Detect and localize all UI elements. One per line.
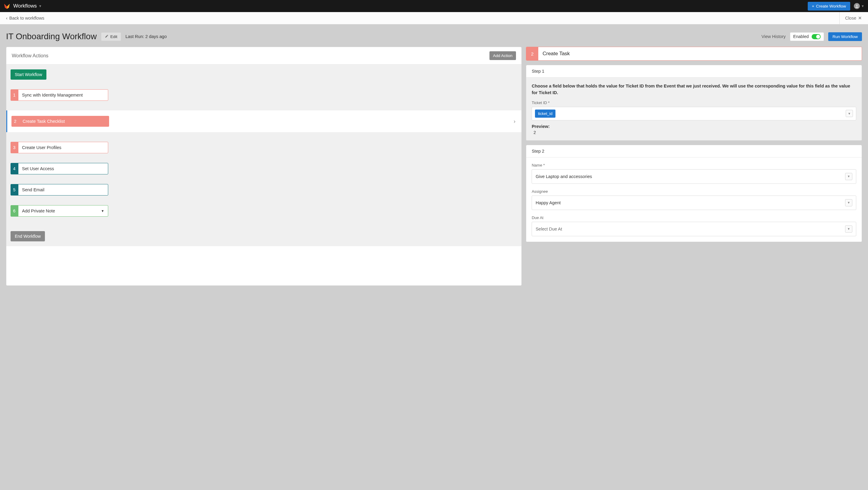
last-run-text: Last Run: 2 days ago (125, 34, 167, 39)
step-2-card: Step 2 Name * Give Laptop and accessorie… (526, 145, 862, 242)
chevron-right-icon: › (514, 118, 517, 125)
assignee-group: Assignee Happy Agent ▼ (532, 189, 856, 210)
section-name: Workflows (13, 3, 37, 9)
breadcrumb-bar: ‹ Back to workflows Close ✕ (0, 12, 868, 24)
action-item-create-task-checklist[interactable]: 2 Create Task Checklist › (6, 110, 521, 132)
action-item-sync-identity[interactable]: 1 Sync with Identity Management (10, 89, 108, 101)
detail-header: 2 Create Task (526, 47, 862, 61)
assignee-value: Happy Agent (535, 200, 561, 205)
create-workflow-label: Create Workflow (816, 4, 846, 8)
chevron-down-icon: ▼ (101, 209, 104, 213)
due-at-group: Due At Select Due At ▼ (532, 215, 856, 236)
pencil-icon (105, 34, 108, 39)
edit-label: Edit (110, 34, 117, 39)
name-label: Name * (532, 163, 856, 168)
action-selected-pill: 2 Create Task Checklist (11, 116, 109, 127)
topbar-left: Workflows ▼ (4, 3, 42, 9)
chevron-down-icon: ▼ (38, 4, 42, 8)
step-2-header: Step 2 (526, 145, 862, 157)
action-number: 5 (10, 184, 18, 196)
user-menu[interactable]: ▼ (854, 3, 864, 9)
svg-point-0 (856, 4, 858, 6)
action-number: 1 (10, 89, 18, 101)
section-switcher[interactable]: Workflows ▼ (13, 3, 42, 9)
header-right: View History Enabled Run Workflow (762, 32, 862, 41)
add-action-button[interactable]: Add Action (490, 51, 516, 60)
chevron-down-icon: ▼ (845, 199, 852, 206)
actions-panel-header: Workflow Actions Add Action (6, 47, 521, 64)
action-label: Create Task Checklist (19, 116, 109, 127)
header-left: IT Onboarding Workflow Edit Last Run: 2 … (6, 32, 167, 41)
end-workflow-button[interactable]: End Workflow (10, 231, 45, 241)
workflow-actions-panel: Workflow Actions Add Action Start Workfl… (6, 47, 522, 286)
chevron-down-icon: ▼ (861, 4, 864, 8)
back-to-workflows-link[interactable]: ‹ Back to workflows (6, 16, 44, 21)
due-at-label: Due At (532, 215, 856, 220)
create-workflow-button[interactable]: + Create Workflow (808, 2, 850, 10)
action-number: 2 (11, 116, 19, 127)
due-at-placeholder: Select Due At (535, 227, 562, 231)
back-label: Back to workflows (9, 16, 44, 21)
step-2-body: Name * Give Laptop and accessories ▼ Ass… (526, 157, 862, 242)
assignee-label: Assignee (532, 189, 856, 194)
step-1-card: Step 1 Choose a field below that holds t… (526, 65, 862, 141)
action-detail-panel: 2 Create Task Step 1 Choose a field belo… (526, 47, 862, 242)
actions-panel-title: Workflow Actions (12, 53, 49, 59)
preview-value: 2 (533, 130, 856, 135)
edit-button[interactable]: Edit (101, 32, 121, 41)
content-row: Workflow Actions Add Action Start Workfl… (0, 47, 868, 292)
page-title: IT Onboarding Workflow (6, 32, 97, 41)
action-label: Send Email (18, 184, 108, 196)
enabled-toggle-box: Enabled (790, 32, 824, 41)
action-label: Create User Profiles (18, 142, 108, 153)
run-workflow-button[interactable]: Run Workflow (828, 32, 862, 41)
action-number: 6 (10, 205, 18, 217)
preview-label: Preview: (532, 124, 856, 129)
action-item-send-email[interactable]: 5 Send Email (10, 184, 108, 196)
detail-title: Create Task (538, 47, 574, 60)
ticket-id-select[interactable]: ticket_id ▼ (532, 107, 856, 120)
action-label: Add Private Note ▼ (18, 205, 108, 217)
close-button[interactable]: Close ✕ (839, 12, 862, 24)
action-item-create-user-profiles[interactable]: 3 Create User Profiles (10, 142, 108, 153)
close-label: Close (845, 16, 856, 21)
action-item-add-private-note[interactable]: 6 Add Private Note ▼ (10, 205, 108, 217)
chevron-down-icon: ▼ (846, 110, 853, 117)
topbar: Workflows ▼ + Create Workflow ▼ (0, 0, 868, 12)
chevron-down-icon: ▼ (845, 225, 852, 233)
step-1-body: Choose a field below that holds the valu… (526, 78, 862, 140)
chevron-left-icon: ‹ (6, 16, 7, 21)
plus-icon: + (812, 4, 814, 8)
app-logo-icon (4, 3, 10, 9)
avatar-icon (854, 3, 860, 9)
close-icon: ✕ (858, 16, 862, 21)
name-group: Name * Give Laptop and accessories ▼ (532, 163, 856, 184)
action-item-set-user-access[interactable]: 4 Set User Access (10, 163, 108, 174)
enabled-toggle[interactable] (812, 34, 821, 39)
ticket-id-chip: ticket_id (535, 110, 555, 118)
enabled-label: Enabled (793, 34, 809, 39)
action-number: 4 (10, 163, 18, 174)
action-label: Sync with Identity Management (18, 89, 108, 101)
assignee-select[interactable]: Happy Agent ▼ (532, 196, 856, 210)
action-number: 3 (10, 142, 18, 153)
step-1-header: Step 1 (526, 65, 862, 78)
actions-list: Start Workflow 1 Sync with Identity Mana… (6, 64, 521, 246)
page-header: IT Onboarding Workflow Edit Last Run: 2 … (0, 24, 868, 47)
ticket-id-label: Ticket ID * (532, 100, 856, 105)
due-at-select[interactable]: Select Due At ▼ (532, 222, 856, 236)
run-workflow-label: Run Workflow (832, 34, 858, 39)
chevron-down-icon: ▼ (845, 173, 852, 180)
action-label: Set User Access (18, 163, 108, 174)
name-select[interactable]: Give Laptop and accessories ▼ (532, 169, 856, 184)
step-1-instruction: Choose a field below that holds the valu… (532, 83, 856, 96)
name-value: Give Laptop and accessories (535, 174, 592, 179)
start-workflow-button[interactable]: Start Workflow (10, 69, 46, 80)
topbar-right: + Create Workflow ▼ (808, 2, 864, 10)
view-history-link[interactable]: View History (762, 34, 786, 39)
detail-number: 2 (526, 47, 538, 60)
